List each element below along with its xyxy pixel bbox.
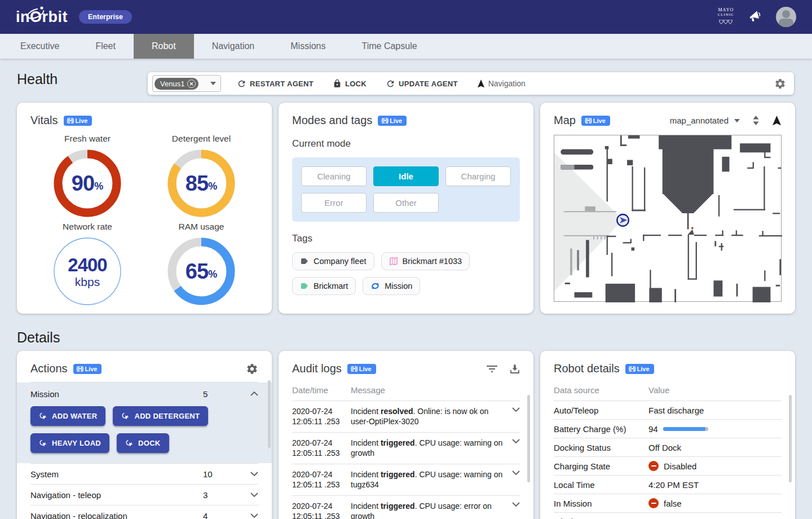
map-icon <box>389 257 398 266</box>
chevron-down-icon[interactable] <box>512 407 520 412</box>
action-group-system[interactable]: System 10 <box>30 464 258 484</box>
map-canvas[interactable] <box>554 135 782 302</box>
lock-icon <box>333 79 342 88</box>
action-group-navigation-teleop[interactable]: Navigation - teleop 3 <box>30 485 258 505</box>
actions-card: Actions ((•))Live Mission 5 ADD WATER <box>17 351 272 519</box>
action-group-navigation-relocalization[interactable]: Navigation - relocalization 4 <box>30 505 258 519</box>
touch-click-icon <box>39 412 47 420</box>
logo-orbit-o: O <box>30 8 42 26</box>
robot-details-table-header: Data source Value <box>554 385 782 401</box>
chevron-down-icon[interactable] <box>250 472 258 476</box>
audit-scrollbar[interactable] <box>527 395 530 482</box>
battery-bar <box>663 427 708 431</box>
audit-log-row: 2020-07-2412:05:11 .253 Incident trigger… <box>292 496 520 519</box>
org-logo[interactable]: MAYO CLINIC <box>718 8 734 26</box>
live-badge: ((•))Live <box>64 116 92 126</box>
robot-details-scrollbar[interactable] <box>789 395 792 482</box>
top-app-bar: inOrbit Enterprise MAYO CLINIC <box>0 0 812 34</box>
add-detergent-button[interactable]: ADD DETERGENT <box>113 406 208 426</box>
detail-row-in-mission: In Mission false <box>554 494 782 512</box>
vitals-gauges: Fresh water 90% Detergent level 85% Netw… <box>30 130 258 306</box>
audit-logs-card: Audit logs ((•))Live Date/time Message 2… <box>279 351 533 519</box>
tab-fleet[interactable]: Fleet <box>77 34 134 59</box>
robot-details-card: Robot details ((•))Live Data source Valu… <box>540 351 795 519</box>
chevron-down-icon <box>734 119 740 122</box>
tag-icon <box>300 257 309 266</box>
tab-missions[interactable]: Missions <box>272 34 343 59</box>
chevron-up-icon[interactable] <box>250 392 258 396</box>
chevron-down-icon[interactable] <box>250 492 258 497</box>
detail-row-auto-teleop: Auto/Teleop Fast discharge <box>554 401 782 419</box>
actions-title: Actions <box>30 362 68 375</box>
chevron-down-icon[interactable] <box>512 470 520 475</box>
blocked-icon <box>648 498 659 508</box>
mode-charging-button[interactable]: Charging <box>445 166 511 186</box>
live-badge: ((•))Live <box>581 116 610 126</box>
navigation-arrow-icon <box>477 80 485 88</box>
detail-row-charging-state: Charging State Disabled <box>554 457 782 475</box>
chevron-down-icon <box>210 82 216 85</box>
detail-row-local-time: Local Time 4:20 PM EST <box>554 476 782 494</box>
restart-agent-button[interactable]: RESTART AGENT <box>233 78 317 89</box>
modes-tags-card: Modes and tags ((•))Live Current mode Cl… <box>279 103 533 314</box>
audit-log-row: 2020-07-2412:05:11 .253 Incident trigger… <box>292 433 520 464</box>
chevron-down-icon[interactable] <box>512 439 520 443</box>
gauge-network-rate: Network rate 2400kbps <box>30 222 144 306</box>
robot-toolbar: Venus1 RESTART AGENT LOCK UPDATE AGENT N… <box>148 72 794 95</box>
gauge-fresh-water: Fresh water 90% <box>30 134 144 218</box>
live-badge: ((•))Live <box>73 364 102 374</box>
chevron-down-icon[interactable] <box>250 513 258 518</box>
modes-title: Modes and tags <box>292 114 372 127</box>
user-avatar[interactable] <box>776 7 796 27</box>
map-levels-icon[interactable] <box>752 116 760 125</box>
dock-button[interactable]: DOCK <box>117 433 169 453</box>
update-icon <box>386 79 395 89</box>
tab-navigation[interactable]: Navigation <box>194 34 273 59</box>
action-group-mission: Mission 5 ADD WATER ADD DETERGENT HEAVY … <box>17 382 272 463</box>
current-mode-label: Current mode <box>292 138 520 149</box>
chevron-down-icon[interactable] <box>512 502 520 507</box>
announcements-icon[interactable] <box>748 10 762 24</box>
heavy-load-button[interactable]: HEAVY LOAD <box>30 433 109 453</box>
mode-error-button[interactable]: Error <box>301 193 367 213</box>
download-icon[interactable] <box>510 364 520 374</box>
broadcast-icon: ((•)) <box>381 117 388 124</box>
map-orient-compass-icon[interactable] <box>772 116 782 126</box>
mode-other-button[interactable]: Other <box>373 193 439 213</box>
gauge-ram-usage: RAM usage 65% <box>144 222 258 306</box>
map-selector[interactable]: map_annotated <box>670 116 740 125</box>
enterprise-badge: Enterprise <box>79 10 132 24</box>
tab-robot[interactable]: Robot <box>134 34 194 59</box>
tag-company-fleet[interactable]: Company fleet <box>292 252 374 270</box>
inorbit-logo[interactable]: inOrbit <box>16 8 68 26</box>
robot-selector[interactable]: Venus1 <box>152 75 221 92</box>
tab-time-capsule[interactable]: Time Capsule <box>344 34 435 59</box>
audit-table-header: Date/time Message <box>292 385 520 401</box>
touch-click-icon <box>39 439 47 447</box>
mode-cleaning-button[interactable]: Cleaning <box>301 166 367 186</box>
tag-brickmart-1033[interactable]: Brickmart #1033 <box>381 252 470 270</box>
vitals-card: Vitals ((•))Live Fresh water 90% Deterge… <box>17 103 272 314</box>
tag-icon <box>300 282 309 291</box>
live-badge: ((•))Live <box>347 364 376 374</box>
tab-executive[interactable]: Executive <box>2 34 77 59</box>
chip-remove-icon[interactable] <box>187 80 196 88</box>
tag-brickmart[interactable]: Brickmart <box>292 277 356 295</box>
gauge-detergent-level: Detergent level 85% <box>144 134 258 218</box>
broadcast-icon: ((•)) <box>77 366 83 372</box>
tag-mission[interactable]: Mission <box>363 277 420 295</box>
navigation-button[interactable]: Navigation <box>474 78 529 89</box>
tags-label: Tags <box>292 233 520 244</box>
lock-button[interactable]: LOCK <box>329 78 370 89</box>
filter-icon[interactable] <box>487 365 497 373</box>
toolbar-settings-gear-icon[interactable] <box>774 78 786 90</box>
actions-settings-gear-icon[interactable] <box>246 363 258 375</box>
add-water-button[interactable]: ADD WATER <box>30 406 105 426</box>
action-group-row[interactable]: Mission 5 <box>30 384 258 404</box>
detail-row-docking-status: Docking Status Off Dock <box>554 438 782 456</box>
actions-scrollbar[interactable] <box>268 380 271 448</box>
main-tab-bar: Executive Fleet Robot Navigation Mission… <box>0 34 812 59</box>
update-agent-button[interactable]: UPDATE AGENT <box>382 78 461 89</box>
mode-idle-button[interactable]: Idle <box>373 166 439 186</box>
robot-marker <box>617 214 629 226</box>
